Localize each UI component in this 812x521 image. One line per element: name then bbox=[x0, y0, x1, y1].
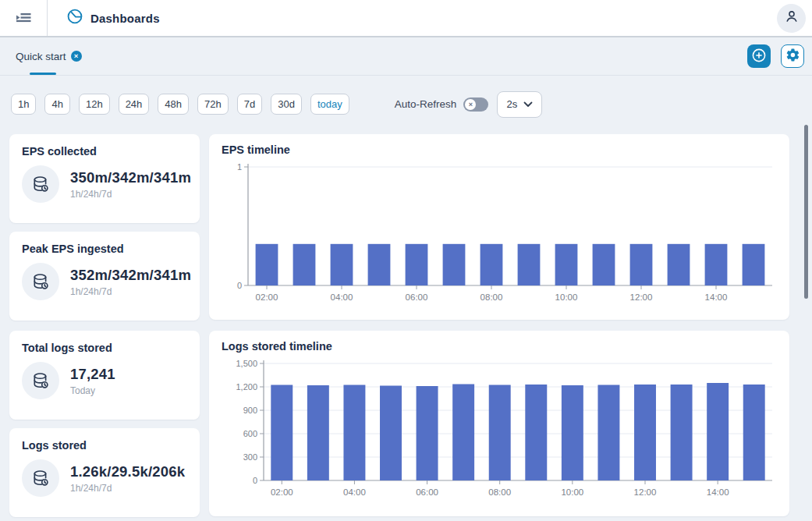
stat-card-subtitle: Today bbox=[70, 385, 115, 396]
active-tab-indicator bbox=[30, 73, 56, 75]
time-range-4h[interactable]: 4h bbox=[44, 94, 69, 115]
stat-card-subtitle: 1h/24h/7d bbox=[70, 286, 191, 297]
svg-text:1: 1 bbox=[237, 162, 242, 172]
time-range-1h[interactable]: 1h bbox=[11, 94, 36, 115]
database-icon bbox=[22, 362, 59, 399]
vertical-scrollbar[interactable] bbox=[804, 125, 808, 299]
stat-card-subtitle: 1h/24h/7d bbox=[70, 483, 185, 494]
svg-text:0: 0 bbox=[253, 476, 257, 485]
person-icon bbox=[783, 8, 800, 28]
database-icon bbox=[22, 165, 59, 203]
stat-card-value: 1.26k/29.5k/206k bbox=[70, 463, 185, 480]
svg-text:06:00: 06:00 bbox=[406, 292, 428, 302]
logs-stored-timeline-chart: 03006009001,2001,50002:0004:0006:0008:00… bbox=[222, 356, 777, 507]
gear-icon bbox=[785, 48, 800, 65]
svg-text:600: 600 bbox=[243, 429, 257, 438]
auto-refresh-label: Auto-Refresh bbox=[395, 98, 457, 110]
auto-refresh-toggle[interactable]: × bbox=[463, 97, 488, 112]
user-menu-button[interactable] bbox=[777, 4, 806, 33]
svg-text:04:00: 04:00 bbox=[343, 487, 366, 497]
app-header: Dashboards bbox=[0, 0, 812, 37]
sidebar-toggle-button[interactable] bbox=[14, 8, 33, 29]
chevron-down-icon bbox=[523, 98, 533, 110]
time-range-today[interactable]: today bbox=[310, 94, 349, 115]
dashboard-grid: EPS collected 350m/342m/341m bbox=[9, 134, 789, 517]
page-title: Dashboards bbox=[90, 12, 160, 25]
svg-text:900: 900 bbox=[243, 406, 257, 415]
eps-timeline-card: EPS timeline 0102:0004:0006:0008:0010:00… bbox=[209, 134, 789, 320]
sidebar-toggle-container bbox=[0, 0, 48, 36]
stat-card-logs-stored: Logs stored 1.26k/29.5k/206k bbox=[9, 428, 200, 517]
stat-card-subtitle: 1h/24h/7d bbox=[70, 189, 191, 200]
svg-text:04:00: 04:00 bbox=[331, 292, 353, 302]
time-range-24h[interactable]: 24h bbox=[119, 94, 150, 115]
chart-column: EPS timeline 0102:0004:0006:0008:0010:00… bbox=[209, 134, 789, 517]
time-range-48h[interactable]: 48h bbox=[158, 94, 189, 115]
time-range-72h[interactable]: 72h bbox=[197, 94, 229, 115]
svg-text:08:00: 08:00 bbox=[488, 487, 511, 497]
database-icon bbox=[22, 263, 59, 300]
stat-card-total-logs-stored: Total logs stored 17,241 bbox=[9, 331, 200, 420]
chart-title: Logs stored timeline bbox=[222, 340, 777, 353]
database-icon bbox=[22, 459, 59, 497]
brand: Dashboards bbox=[66, 8, 160, 28]
stat-card-column: EPS collected 350m/342m/341m bbox=[9, 134, 200, 517]
eps-timeline-chart: 0102:0004:0006:0008:0010:0012:0014:00 bbox=[222, 159, 777, 314]
svg-text:06:00: 06:00 bbox=[416, 487, 438, 497]
tab-label: Quick start bbox=[16, 51, 66, 62]
stat-card-title: EPS collected bbox=[22, 145, 187, 158]
refresh-interval-value: 2s bbox=[506, 98, 517, 110]
svg-text:08:00: 08:00 bbox=[480, 292, 503, 302]
stat-card-title: Total logs stored bbox=[22, 342, 187, 354]
svg-text:02:00: 02:00 bbox=[256, 292, 278, 302]
svg-text:14:00: 14:00 bbox=[707, 487, 729, 497]
svg-text:0: 0 bbox=[237, 281, 242, 290]
stat-card-value: 352m/342m/341m bbox=[70, 267, 191, 284]
app-root: Dashboards Quick start × bbox=[0, 0, 812, 521]
chart-title: EPS timeline bbox=[222, 144, 777, 156]
toggle-off-icon: × bbox=[465, 99, 476, 110]
svg-text:10:00: 10:00 bbox=[561, 487, 583, 497]
tab-bar-actions bbox=[747, 44, 804, 68]
time-range-12h[interactable]: 12h bbox=[79, 94, 110, 115]
svg-text:1,500: 1,500 bbox=[236, 359, 257, 368]
svg-text:300: 300 bbox=[243, 452, 257, 462]
logs-stored-timeline-card: Logs stored timeline 03006009001,2001,50… bbox=[209, 331, 789, 516]
tab-close-icon[interactable]: × bbox=[71, 51, 82, 62]
time-range-7d[interactable]: 7d bbox=[237, 94, 262, 115]
stat-card-title: Peak EPS ingested bbox=[22, 243, 187, 255]
stat-card-value: 350m/342m/341m bbox=[70, 169, 191, 186]
plus-circle-icon bbox=[750, 47, 768, 66]
time-range-toolbar: 1h 4h 12h 24h 48h 72h 7d 30d today Auto-… bbox=[0, 76, 812, 126]
dashboard-settings-button[interactable] bbox=[781, 44, 804, 68]
stat-card-value: 17,241 bbox=[70, 366, 115, 383]
svg-text:12:00: 12:00 bbox=[634, 487, 657, 497]
svg-text:1,200: 1,200 bbox=[236, 382, 257, 392]
dashboard-tab-bar: Quick start × bbox=[0, 37, 812, 76]
add-dashboard-button[interactable] bbox=[747, 44, 771, 68]
menu-open-icon bbox=[14, 8, 33, 29]
svg-text:10:00: 10:00 bbox=[555, 292, 578, 302]
time-range-30d[interactable]: 30d bbox=[271, 94, 302, 115]
logo-icon bbox=[66, 8, 83, 28]
svg-text:02:00: 02:00 bbox=[271, 487, 293, 497]
refresh-interval-select[interactable]: 2s bbox=[497, 91, 542, 118]
svg-text:14:00: 14:00 bbox=[705, 292, 728, 302]
stat-card-eps-collected: EPS collected 350m/342m/341m bbox=[9, 134, 200, 223]
svg-text:12:00: 12:00 bbox=[630, 292, 653, 302]
stat-card-peak-eps-ingested: Peak EPS ingested 352m/342m/34 bbox=[9, 232, 200, 321]
stat-card-title: Logs stored bbox=[22, 439, 187, 452]
tab-quick-start[interactable]: Quick start × bbox=[16, 37, 82, 75]
